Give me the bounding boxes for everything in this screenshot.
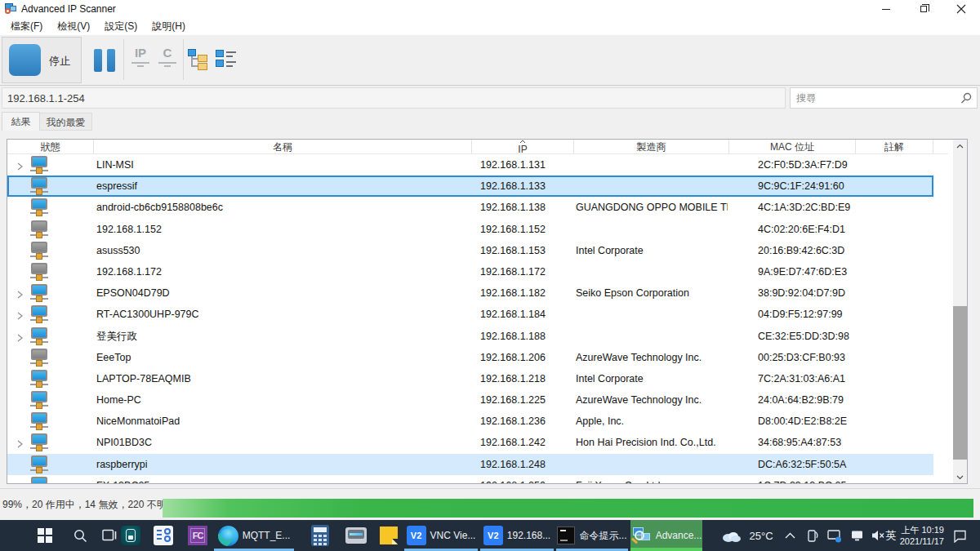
column-header-mac[interactable]: MAC 位址 <box>729 140 856 154</box>
taskbar-button-vnc2[interactable]: V2 192.168... <box>480 520 554 551</box>
cell-ip: 192.168.1.242 <box>480 432 572 453</box>
taskbar-search-button[interactable] <box>70 520 90 551</box>
pinned-app-audio[interactable] <box>345 520 368 551</box>
scrollbar-up-icon[interactable] <box>953 140 967 152</box>
table-row[interactable]: raspberrypi 192.168.1.248 DC:A6:32:5F:50… <box>7 454 933 475</box>
cell-comment <box>858 197 932 218</box>
cmd-icon <box>557 527 575 544</box>
pinned-app-card[interactable] <box>154 520 173 551</box>
rotation-lock-tray-icon[interactable] <box>804 520 822 551</box>
table-row[interactable]: 192.168.1.172 192.168.1.172 9A:9E:D7:47:… <box>7 261 933 282</box>
table-row[interactable]: asuss530 192.168.1.153 Intel Corporate 2… <box>7 240 933 261</box>
table-row[interactable]: LIN-MSI 192.168.1.131 2C:F0:5D:3A:F7:D9 <box>7 154 933 176</box>
scrollbar-thumb[interactable] <box>953 306 967 460</box>
window-title: Advanced IP Scanner <box>21 3 116 15</box>
cell-name: 登美行政 <box>96 326 468 347</box>
vnc-icon: V2 <box>407 526 426 545</box>
task-view-icon <box>102 529 118 542</box>
search-box <box>790 87 978 109</box>
taskbar-button-scanner[interactable]: Advance... <box>630 520 702 551</box>
weather-icon-button[interactable] <box>719 520 743 551</box>
column-header-status[interactable]: 狀態 <box>7 140 94 154</box>
expand-chevron-icon[interactable] <box>16 481 24 483</box>
pinned-app-teal[interactable] <box>121 520 140 551</box>
cell-mac: 4C:02:20:6E:F4:D1 <box>758 219 872 240</box>
start-button[interactable] <box>33 520 57 551</box>
class-c-scan-button[interactable]: C <box>157 47 178 67</box>
minimize-button[interactable] <box>867 0 905 18</box>
expand-chevron-icon[interactable] <box>16 160 24 175</box>
cell-mac: CE:32:E5:DD:3D:98 <box>758 326 872 347</box>
device-status-icon <box>31 412 49 431</box>
table-row[interactable]: FX-13BC25 192.168.1.250 Fuji Xerox Co., … <box>7 475 933 483</box>
cell-manufacturer <box>576 154 728 176</box>
cell-name: EPSON04D79D <box>96 282 468 304</box>
tab-results[interactable]: 結果 <box>2 112 40 131</box>
cell-mac: 4C:1A:3D:2C:BD:E9 <box>758 197 872 218</box>
table-row[interactable]: 登美行政 192.168.1.188 CE:32:E5:DD:3D:98 <box>7 326 933 347</box>
expand-chevron-icon[interactable] <box>16 288 24 303</box>
taskbar-button-mqtt[interactable]: MQTT_E... <box>214 520 294 551</box>
task-view-button[interactable] <box>100 520 119 551</box>
action-center-button[interactable] <box>947 520 972 551</box>
cell-manufacturer: Fuji Xerox Co., Ltd. <box>576 475 728 483</box>
taskbar-clock[interactable]: 上午 10:19 2021/11/17 <box>897 520 944 551</box>
cell-name: RT-AC1300UHP-979C <box>96 304 468 325</box>
network-tray-icon[interactable] <box>848 520 867 551</box>
pause-button[interactable] <box>93 49 116 72</box>
table-row[interactable]: EPSON04D79D 192.168.1.182 Seiko Epson Co… <box>7 282 933 304</box>
menu-item[interactable]: 說明(H) <box>152 18 185 35</box>
tree-view-button[interactable] <box>188 49 210 71</box>
ethernet-icon <box>850 529 865 542</box>
expand-chevron-icon[interactable] <box>16 331 24 346</box>
table-row[interactable]: NPI01BD3C 192.168.1.242 Hon Hai Precisio… <box>7 432 933 453</box>
stop-button[interactable]: 停止 <box>2 37 82 83</box>
table-row[interactable]: LAPTOP-78EAQMIB 192.168.1.218 Intel Corp… <box>7 368 933 389</box>
weather-cloud-icon <box>720 528 742 543</box>
list-view-button[interactable] <box>216 49 237 70</box>
table-row[interactable]: Home-PC 192.168.1.225 AzureWave Technolo… <box>7 389 933 411</box>
table-row[interactable]: NiceMonmatoiPad 192.168.1.236 Apple, Inc… <box>7 411 933 432</box>
pinned-app-calculator[interactable] <box>310 520 330 551</box>
scrollbar-down-icon[interactable] <box>953 471 967 483</box>
vertical-scrollbar[interactable] <box>953 140 967 483</box>
menu-item[interactable]: 設定(S) <box>105 18 137 35</box>
column-header-name[interactable]: 名稱 <box>94 140 472 154</box>
tray-expand-button[interactable] <box>781 520 799 551</box>
table-row[interactable]: RT-AC1300UHP-979C 192.168.1.184 04:D9:F5… <box>7 304 933 325</box>
taskbar-button-vnc[interactable]: V2 VNC Vie... <box>404 520 478 551</box>
expand-chevron-icon[interactable] <box>16 438 24 452</box>
taskbar-button-cmd[interactable]: 命令提示... <box>556 520 628 551</box>
pinned-app-sticky-notes[interactable] <box>379 520 399 551</box>
restore-button[interactable] <box>905 0 942 18</box>
taskbar-search-icon <box>73 528 88 544</box>
table-row[interactable]: android-cb6cb9158808be6c 192.168.1.138 G… <box>7 197 933 218</box>
screen: Advanced IP Scanner 檔案(F)檢視(V)設定(S)說明(H)… <box>0 0 980 551</box>
minimize-icon <box>882 9 890 10</box>
menu-item[interactable]: 檔案(F) <box>11 18 42 35</box>
menu-item[interactable]: 檢視(V) <box>57 18 90 35</box>
expand-chevron-icon[interactable] <box>16 309 24 324</box>
pinned-app-purple[interactable]: FC <box>188 520 207 551</box>
column-header-ip[interactable]: IP <box>472 140 574 154</box>
device-status-icon <box>31 477 49 483</box>
cast-tray-icon[interactable] <box>825 520 844 551</box>
tab-favorites[interactable]: 我的最愛 <box>40 113 92 131</box>
ip-scan-button[interactable]: IP <box>129 47 152 67</box>
search-input[interactable] <box>791 88 958 108</box>
ip-range-input[interactable] <box>2 87 786 109</box>
cell-name: 192.168.1.172 <box>96 261 468 282</box>
table-row[interactable]: espressif 192.168.1.133 9C:9C:1F:24:91:6… <box>7 176 933 197</box>
cast-icon <box>827 529 842 543</box>
column-header-comment[interactable]: 註解 <box>856 140 933 154</box>
temperature-label[interactable]: 25°C <box>745 520 777 551</box>
cell-name: LIN-MSI <box>96 154 468 176</box>
cell-mac: DC:A6:32:5F:50:5A <box>758 454 872 475</box>
toolbar: 停止 IP C <box>0 35 980 86</box>
table-row[interactable]: 192.168.1.152 192.168.1.152 4C:02:20:6E:… <box>7 219 933 240</box>
table-row[interactable]: EeeTop 192.168.1.206 AzureWave Technolog… <box>7 347 933 368</box>
edge-icon <box>218 526 238 546</box>
scan-summary: 99%，20 作用中，14 無效，220 不明 <box>2 489 167 521</box>
column-header-manufacturer[interactable]: 製造商 <box>574 140 729 154</box>
close-button[interactable] <box>942 0 980 18</box>
